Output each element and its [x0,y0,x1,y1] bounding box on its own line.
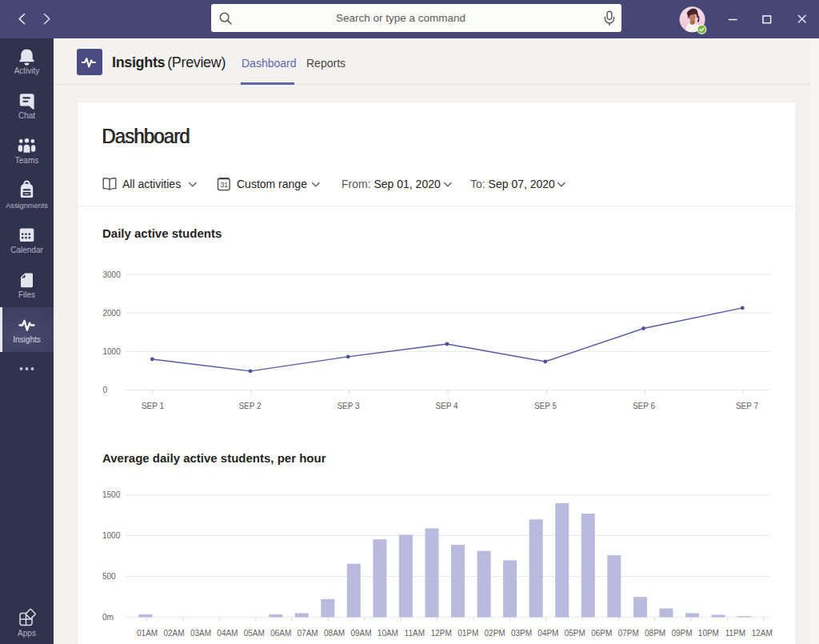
svg-text:12AM: 12AM [752,629,773,638]
svg-text:Activity: Activity [14,66,40,75]
svg-text:12PM: 12PM [431,629,452,638]
svg-text:08PM: 08PM [645,629,665,638]
svg-text:04PM: 04PM [537,629,558,638]
svg-text:0m: 0m [102,613,114,622]
svg-text:Apps: Apps [18,629,36,638]
svg-text:04AM: 04AM [217,629,238,638]
svg-text:07PM: 07PM [618,629,639,638]
svg-text:500: 500 [102,572,116,581]
svg-text:09PM: 09PM [671,629,692,638]
svg-text:SEP 7: SEP 7 [736,402,759,410]
svg-text:02AM: 02AM [163,629,184,638]
svg-text:Insights: Insights [13,335,40,344]
svg-text:02PM: 02PM [485,629,505,638]
svg-text:09AM: 09AM [350,629,371,638]
svg-text:01PM: 01PM [457,629,478,638]
svg-text:0: 0 [103,386,108,394]
svg-text:06AM: 06AM [270,629,291,638]
svg-text:SEP 4: SEP 4 [435,402,458,410]
svg-text:Files: Files [18,290,35,299]
svg-text:Assignments: Assignments [6,202,48,210]
svg-text:Calendar: Calendar [10,246,43,254]
svg-text:10AM: 10AM [378,629,398,638]
svg-text:1000: 1000 [103,347,122,356]
svg-text:Chat: Chat [18,111,35,120]
svg-text:SEP 2: SEP 2 [238,402,262,410]
svg-text:SEP 5: SEP 5 [534,402,557,410]
svg-text:2000: 2000 [103,309,122,318]
svg-text:05PM: 05PM [565,629,585,638]
svg-text:1000: 1000 [102,531,121,540]
svg-text:08AM: 08AM [324,629,345,638]
svg-text:01AM: 01AM [137,629,158,638]
svg-text:SEP 3: SEP 3 [337,402,360,410]
svg-text:06PM: 06PM [591,629,612,638]
svg-text:1500: 1500 [102,490,121,499]
svg-text:31: 31 [220,181,228,189]
svg-text:05AM: 05AM [244,629,265,638]
svg-text:11PM: 11PM [725,629,745,638]
svg-text:11AM: 11AM [405,629,425,638]
svg-text:SEP 6: SEP 6 [633,402,656,410]
svg-text:SEP 1: SEP 1 [142,402,165,410]
svg-text:3000: 3000 [103,270,122,279]
svg-text:03PM: 03PM [511,629,532,638]
svg-text:03AM: 03AM [190,629,211,638]
svg-text:Teams: Teams [15,156,38,165]
svg-text:10PM: 10PM [698,629,719,638]
svg-text:07AM: 07AM [298,629,318,638]
